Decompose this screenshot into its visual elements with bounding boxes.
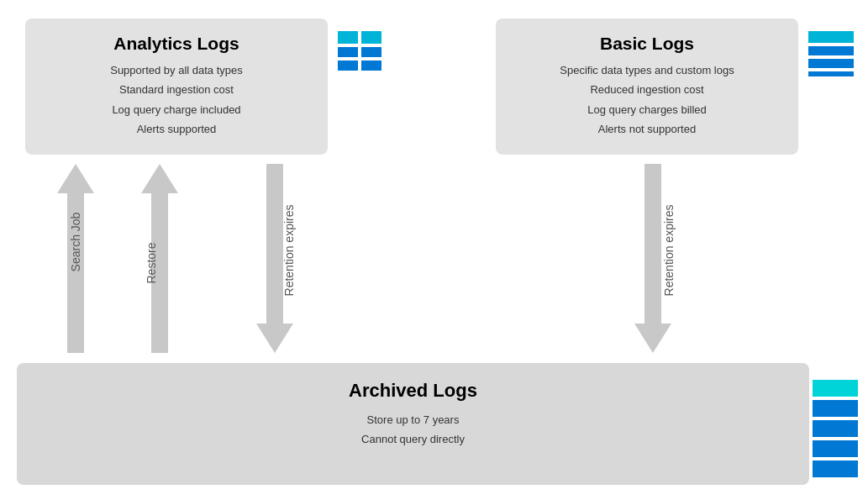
svg-rect-9 — [808, 71, 854, 76]
svg-marker-17 — [634, 324, 671, 353]
svg-marker-15 — [256, 324, 293, 353]
svg-rect-3 — [361, 47, 381, 57]
analytics-features: Supported by all data types Standard ing… — [42, 61, 311, 139]
basic-lines-icon — [807, 29, 855, 78]
basic-logs-box: Basic Logs Specific data types and custo… — [496, 18, 798, 155]
svg-rect-2 — [338, 47, 358, 57]
svg-rect-4 — [338, 61, 358, 71]
analytics-title: Analytics Logs — [42, 34, 311, 54]
diagram-container: Analytics Logs Supported by all data typ… — [0, 0, 868, 500]
archived-features: Store up to 7 years Cannot query directl… — [42, 410, 784, 450]
svg-marker-10 — [57, 164, 94, 193]
search-job-label: Search Job — [69, 213, 82, 272]
svg-rect-5 — [361, 61, 381, 71]
basic-title: Basic Logs — [513, 34, 781, 54]
svg-rect-20 — [813, 420, 858, 437]
svg-rect-22 — [813, 461, 858, 477]
svg-rect-7 — [808, 46, 854, 55]
svg-rect-1 — [361, 31, 381, 44]
svg-rect-16 — [644, 164, 661, 324]
svg-rect-8 — [808, 59, 854, 68]
archived-logs-box: Archived Logs Store up to 7 years Cannot… — [17, 363, 809, 485]
svg-rect-6 — [808, 31, 854, 43]
restore-label: Restore — [145, 242, 158, 283]
svg-rect-18 — [813, 380, 858, 397]
analytics-grid-icon — [336, 29, 385, 78]
analytics-logs-box: Analytics Logs Supported by all data typ… — [25, 18, 328, 155]
retention-basic-label: Retention expires — [662, 205, 676, 297]
svg-rect-0 — [338, 31, 358, 44]
svg-rect-14 — [266, 164, 283, 324]
archived-lines-icon — [811, 378, 860, 479]
basic-features: Specific data types and custom logs Redu… — [513, 61, 781, 139]
svg-rect-21 — [813, 440, 858, 457]
svg-marker-12 — [141, 164, 178, 193]
svg-rect-19 — [813, 400, 858, 417]
retention-analytics-label: Retention expires — [282, 205, 296, 297]
archived-title: Archived Logs — [42, 380, 784, 402]
